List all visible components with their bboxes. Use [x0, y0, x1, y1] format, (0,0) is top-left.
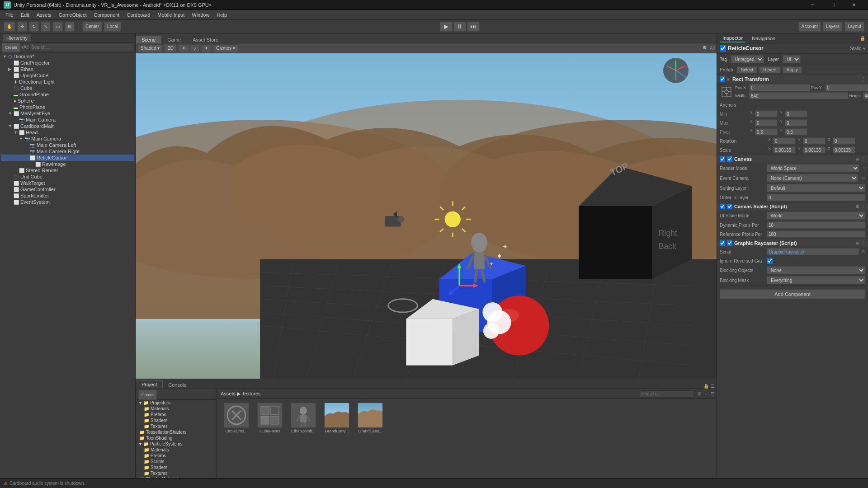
scale-x[interactable]: [773, 146, 796, 154]
lock-icon[interactable]: 🔒: [703, 384, 709, 389]
proj-item-particlesystems[interactable]: ▼ 📁 ParticleSystems: [137, 441, 216, 447]
close-button[interactable]: ✕: [844, 0, 864, 10]
tab-scene[interactable]: Scene: [136, 36, 161, 43]
center-button[interactable]: Center: [82, 22, 102, 32]
hier-item-groundplane[interactable]: ▬ GroundPlane: [1, 91, 134, 98]
play-button[interactable]: ▶: [440, 22, 453, 32]
rect-anchor-icon[interactable]: [720, 85, 733, 99]
move-tool[interactable]: ✛: [17, 22, 27, 32]
local-button[interactable]: Local: [104, 22, 121, 32]
settings-icon[interactable]: ☰: [711, 384, 715, 389]
hier-item-maincam2[interactable]: ▼ 📷 Main Camera: [1, 136, 134, 142]
menu-mobileinput[interactable]: Mobile Input: [154, 11, 188, 19]
minimize-button[interactable]: ─: [802, 0, 823, 10]
render-mode-dropdown[interactable]: World Space: [767, 164, 859, 172]
tag-dropdown[interactable]: Untagged: [731, 55, 764, 63]
blocking-mask-dropdown[interactable]: Everything: [767, 276, 865, 284]
proj-item-toonshading[interactable]: 📁 ToonShading: [137, 435, 216, 441]
hier-item-reticlecursor[interactable]: ⬜ ReticleCursor: [1, 155, 134, 161]
tab-console[interactable]: Console: [163, 381, 192, 389]
hier-item-gamecontroller[interactable]: ⬜ GameController: [1, 186, 134, 192]
proj-item-ps-scripts[interactable]: 📁 Scripts: [137, 459, 216, 465]
proj-item-ps-materials[interactable]: 📁 Materials: [137, 447, 216, 453]
hier-item-rawimage[interactable]: ⬜ RawImage: [1, 161, 134, 167]
layout-button[interactable]: Layout: [844, 22, 864, 32]
canvas-enabled-checkbox[interactable]: [727, 156, 732, 162]
select-button[interactable]: Select: [736, 66, 757, 73]
asset-view-toggle[interactable]: ⊞: [698, 391, 701, 396]
hier-item-directionallight[interactable]: ☀ Directional Light: [1, 79, 134, 85]
asset-settings-icon[interactable]: ☰: [711, 391, 715, 396]
pivot-y[interactable]: [785, 128, 807, 136]
hier-item-walktarget[interactable]: ⬜ WalkTarget: [1, 180, 134, 186]
asset-circlecross[interactable]: CircleCros...: [221, 403, 252, 433]
static-dropdown-arrow[interactable]: ▾: [863, 46, 865, 51]
proj-item-shaders[interactable]: 📁 Shaders: [137, 418, 216, 423]
rot-y[interactable]: [803, 137, 826, 145]
anchors-max-y[interactable]: [785, 119, 807, 127]
hier-item-maincam[interactable]: 📷 Main Camera: [1, 117, 134, 123]
hier-item-cameraleft[interactable]: 📷 Main Camera Left: [1, 142, 134, 148]
apply-button[interactable]: Apply: [783, 66, 802, 73]
2d-button[interactable]: 2D: [165, 44, 177, 52]
width-field[interactable]: [749, 92, 848, 99]
graphic-raycaster-header[interactable]: Graphic Raycaster (Script) ⊞ ⋮: [717, 239, 868, 247]
canvas-header[interactable]: Canvas ⊞ ⋮: [717, 155, 868, 163]
posx-field[interactable]: [749, 84, 810, 91]
tab-project[interactable]: Project: [136, 380, 163, 389]
scale-y[interactable]: [803, 146, 826, 154]
canvas-menu-icon[interactable]: ⋮: [861, 157, 865, 161]
layers-button[interactable]: Layers: [823, 22, 843, 32]
menu-edit[interactable]: Edit: [17, 11, 33, 19]
proj-item-ps-shaders[interactable]: 📁 Shaders: [137, 465, 216, 470]
menu-component[interactable]: Component: [90, 11, 123, 19]
blocking-objects-dropdown[interactable]: None: [767, 266, 865, 274]
script-circle[interactable]: ⊙: [862, 249, 865, 254]
canvas-scaler-checkbox[interactable]: [720, 204, 725, 209]
ref-pixels-field[interactable]: [767, 230, 865, 238]
hier-item-uprightcube[interactable]: ⬜ UprightCube: [1, 72, 134, 79]
step-button[interactable]: ⏭: [467, 22, 480, 32]
hierarchy-create-button[interactable]: Create: [2, 42, 20, 52]
canvas-expand-icon[interactable]: ⊞: [856, 157, 859, 161]
transform-tool[interactable]: ⊞: [65, 22, 75, 32]
gizmos-button[interactable]: Gizmos ▾: [213, 44, 238, 52]
hier-item-sparkemitter[interactable]: ⬜ SparkEmitter: [1, 192, 134, 199]
canvas-scaler-header[interactable]: Canvas Scaler (Script) ⊞ ⋮: [717, 202, 868, 211]
asset-ethanzombie[interactable]: EthanZomb...: [288, 403, 319, 433]
rotate-tool[interactable]: ↻: [29, 22, 39, 32]
scene-view[interactable]: TOP Right Back: [136, 53, 717, 379]
hierarchy-tab[interactable]: Hierarchy: [3, 34, 31, 42]
tab-navigation[interactable]: Navigation: [749, 35, 778, 42]
hier-item-diorama[interactable]: ▼ ⬡ Diorama*: [1, 53, 134, 60]
tab-assetstore[interactable]: Asset Store: [187, 36, 224, 43]
proj-item-physicsmaterials[interactable]: 📁 PhysicsMaterials: [137, 476, 216, 478]
hier-item-cube[interactable]: ⬛ Cube: [1, 85, 134, 91]
hier-item-cameraright[interactable]: 📷 Main Camera Right: [1, 148, 134, 155]
shaded-button[interactable]: Shaded ▾: [137, 44, 163, 52]
object-active-checkbox[interactable]: [720, 45, 726, 52]
account-button[interactable]: Account: [798, 22, 821, 32]
anchors-max-x[interactable]: [755, 119, 778, 127]
scale-tool[interactable]: ⤡: [41, 22, 51, 32]
breadcrumb-textures[interactable]: Textures: [242, 391, 261, 396]
menu-window[interactable]: Window: [188, 11, 213, 19]
revert-button[interactable]: Revert: [759, 66, 780, 73]
dyn-pixels-field[interactable]: [767, 221, 865, 229]
hier-item-ethan[interactable]: ▶ ⬜ Ethan: [1, 66, 134, 72]
height-field[interactable]: [863, 92, 868, 99]
sorting-layer-dropdown[interactable]: Default: [767, 184, 865, 192]
canvas-scaler-enabled-checkbox[interactable]: [727, 204, 732, 209]
menu-help[interactable]: Help: [213, 11, 231, 19]
hierarchy-search-input[interactable]: [29, 44, 133, 51]
ignore-reversed-checkbox[interactable]: [767, 258, 773, 264]
proj-item-projectors[interactable]: ▼ 📁 Projectors: [137, 400, 216, 406]
project-create-button[interactable]: Create: [138, 390, 157, 400]
rot-x[interactable]: [773, 137, 796, 145]
gr-checkbox[interactable]: [720, 240, 725, 246]
rect-tool[interactable]: ▭: [52, 22, 63, 32]
proj-item-ps-prefabs[interactable]: 📁 Prefabs: [137, 453, 216, 459]
proj-item-prefabs[interactable]: 📁 Prefabs: [137, 412, 216, 418]
asset-grandcanyon2[interactable]: GrandCany...: [354, 403, 386, 433]
rect-transform-header[interactable]: ⊞ Rect Transform ⋮: [717, 75, 868, 83]
